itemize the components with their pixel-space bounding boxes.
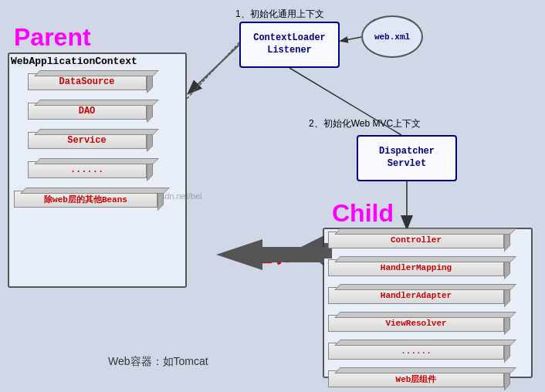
stack-child-dots-top — [334, 340, 516, 346]
stack-webcomponent: Web层组件 — [328, 370, 513, 392]
label-init1: 1、初始化通用上下文 — [235, 8, 324, 21]
webxml-label: web.xml — [374, 32, 410, 42]
stack-handleradapter-top — [334, 284, 516, 290]
child-label: Child — [332, 199, 394, 228]
stack-service-top — [34, 129, 159, 135]
cll-label: ContextLoaderListener — [253, 32, 326, 56]
stack-datasource: DataSource — [28, 73, 151, 95]
inherit-label: 继承 — [255, 245, 289, 269]
label-init2: 2、初始化Web MVC上下文 — [309, 117, 421, 130]
stack-child-dots: ...... — [328, 343, 513, 364]
stack-controller-top — [334, 228, 516, 235]
stack-datasource-top — [34, 70, 159, 76]
ds-label: DispatcherServlet — [379, 146, 435, 170]
stack-handlermapping: HandlerMapping — [328, 259, 513, 281]
stack-dao: DAO — [28, 103, 151, 124]
stack-controller: Controller — [328, 231, 513, 253]
stack-otherbeans-top — [20, 188, 170, 194]
stack-dots-top — [34, 158, 159, 164]
stack-handlermapping-top — [334, 256, 516, 262]
wac-title: WebApplicationContext — [11, 56, 137, 67]
svg-line-6 — [187, 42, 239, 99]
stack-handleradapter: HandlerAdapter — [328, 287, 513, 309]
child-stacks: Controller HandlerMapping HandlerAdapter… — [328, 231, 513, 392]
cll-box: ContextLoaderListener — [239, 22, 340, 68]
ds-box: DispatcherServlet — [357, 135, 457, 181]
webxml-box: web.xml — [361, 15, 423, 58]
stack-dao-top — [34, 100, 159, 106]
svg-line-2 — [189, 45, 239, 93]
stack-service: Service — [28, 132, 151, 154]
parent-label: Parent — [14, 23, 91, 52]
stack-viewresolver: ViewResolver — [328, 315, 513, 336]
parent-stacks: DataSource DAO Service ...... 除web层的其他Be… — [14, 73, 164, 212]
svg-line-0 — [341, 37, 361, 41]
stack-viewresolver-top — [334, 312, 516, 318]
stack-webcomponent-top — [334, 367, 516, 373]
stack-otherbeans: 除web层的其他Beans — [14, 191, 164, 212]
stack-dots: ...... — [28, 161, 151, 183]
webcontainer-label: Web容器：如Tomcat — [108, 355, 208, 369]
